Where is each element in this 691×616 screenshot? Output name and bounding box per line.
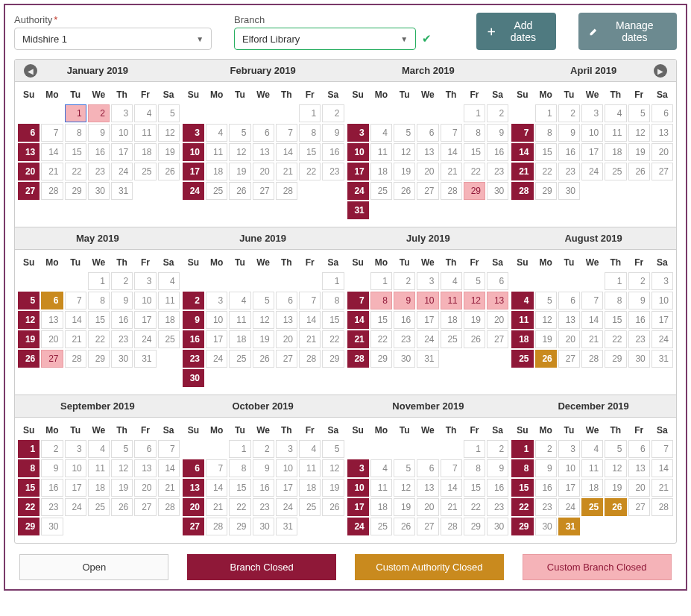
day-cell[interactable]: 4 bbox=[134, 104, 156, 122]
day-cell[interactable]: 18 bbox=[134, 143, 156, 161]
day-cell[interactable]: 21 bbox=[511, 163, 533, 180]
day-cell[interactable]: 25 bbox=[229, 350, 250, 368]
day-cell[interactable]: 10 bbox=[651, 292, 673, 309]
day-cell[interactable]: 12 bbox=[229, 143, 250, 161]
day-cell[interactable]: 3 bbox=[111, 104, 133, 122]
day-cell[interactable]: 6 bbox=[183, 459, 204, 477]
day-cell[interactable]: 28 bbox=[511, 182, 533, 200]
day-cell[interactable]: 7 bbox=[441, 124, 462, 142]
day-cell[interactable]: 28 bbox=[299, 350, 321, 368]
day-cell[interactable]: 10 bbox=[134, 292, 156, 309]
day-cell[interactable]: 17 bbox=[65, 479, 86, 497]
day-cell[interactable]: 7 bbox=[65, 292, 86, 309]
day-cell[interactable]: 27 bbox=[487, 330, 508, 348]
day-cell[interactable]: 19 bbox=[605, 479, 626, 497]
day-cell[interactable]: 6 bbox=[18, 124, 40, 142]
day-cell[interactable]: 1 bbox=[229, 440, 250, 458]
day-cell[interactable]: 10 bbox=[347, 143, 369, 161]
day-cell[interactable]: 21 bbox=[441, 498, 462, 516]
day-cell[interactable]: 26 bbox=[111, 498, 133, 516]
day-cell[interactable]: 4 bbox=[370, 459, 392, 477]
prev-year-button[interactable]: ◀ bbox=[24, 64, 37, 78]
day-cell[interactable]: 31 bbox=[558, 518, 580, 535]
day-cell[interactable]: 14 bbox=[65, 311, 86, 329]
day-cell[interactable]: 23 bbox=[487, 163, 508, 180]
authority-select[interactable]: Midshire 1 ▼ bbox=[14, 28, 212, 50]
day-cell[interactable]: 6 bbox=[651, 104, 673, 122]
day-cell[interactable]: 19 bbox=[394, 498, 415, 516]
day-cell[interactable]: 26 bbox=[158, 163, 180, 180]
day-cell[interactable]: 7 bbox=[41, 124, 63, 142]
day-cell[interactable]: 1 bbox=[65, 104, 86, 122]
day-cell[interactable]: 8 bbox=[464, 459, 485, 477]
day-cell[interactable]: 7 bbox=[347, 292, 369, 309]
day-cell[interactable]: 7 bbox=[511, 124, 533, 142]
day-cell[interactable]: 31 bbox=[651, 350, 673, 368]
day-cell[interactable]: 5 bbox=[394, 124, 415, 142]
day-cell[interactable]: 1 bbox=[535, 104, 557, 122]
day-cell[interactable]: 4 bbox=[299, 440, 321, 458]
day-cell[interactable]: 19 bbox=[628, 143, 650, 161]
day-cell[interactable]: 18 bbox=[370, 498, 392, 516]
day-cell[interactable]: 14 bbox=[347, 311, 369, 329]
day-cell[interactable]: 15 bbox=[229, 479, 250, 497]
day-cell[interactable]: 13 bbox=[558, 311, 580, 329]
day-cell[interactable]: 5 bbox=[628, 104, 650, 122]
day-cell[interactable]: 17 bbox=[206, 330, 227, 348]
day-cell[interactable]: 9 bbox=[183, 311, 204, 329]
day-cell[interactable]: 24 bbox=[581, 163, 603, 180]
day-cell[interactable]: 28 bbox=[441, 182, 462, 200]
day-cell[interactable]: 15 bbox=[322, 311, 344, 329]
day-cell[interactable]: 1 bbox=[88, 272, 110, 290]
day-cell[interactable]: 19 bbox=[18, 330, 40, 348]
day-cell[interactable]: 21 bbox=[441, 163, 462, 180]
day-cell[interactable]: 24 bbox=[65, 498, 86, 516]
day-cell[interactable]: 10 bbox=[65, 459, 86, 477]
day-cell[interactable]: 25 bbox=[511, 350, 533, 368]
day-cell[interactable]: 11 bbox=[605, 124, 626, 142]
day-cell[interactable]: 16 bbox=[88, 143, 110, 161]
day-cell[interactable]: 15 bbox=[299, 143, 321, 161]
day-cell[interactable]: 30 bbox=[535, 518, 557, 535]
day-cell[interactable]: 2 bbox=[535, 440, 557, 458]
day-cell[interactable]: 6 bbox=[558, 292, 580, 309]
day-cell[interactable]: 24 bbox=[347, 518, 369, 535]
day-cell[interactable]: 9 bbox=[487, 124, 508, 142]
day-cell[interactable]: 7 bbox=[651, 440, 673, 458]
day-cell[interactable]: 20 bbox=[18, 163, 40, 180]
day-cell[interactable]: 1 bbox=[464, 440, 485, 458]
day-cell[interactable]: 9 bbox=[535, 459, 557, 477]
day-cell[interactable]: 8 bbox=[511, 459, 533, 477]
day-cell[interactable]: 27 bbox=[41, 350, 63, 368]
day-cell[interactable]: 10 bbox=[581, 124, 603, 142]
day-cell[interactable]: 16 bbox=[394, 311, 415, 329]
day-cell[interactable]: 24 bbox=[276, 498, 297, 516]
day-cell[interactable]: 21 bbox=[581, 330, 603, 348]
day-cell[interactable]: 18 bbox=[441, 311, 462, 329]
day-cell[interactable]: 13 bbox=[253, 143, 274, 161]
day-cell[interactable]: 27 bbox=[558, 350, 580, 368]
day-cell[interactable]: 9 bbox=[322, 124, 344, 142]
day-cell[interactable]: 26 bbox=[394, 182, 415, 200]
day-cell[interactable]: 8 bbox=[322, 292, 344, 309]
day-cell[interactable]: 3 bbox=[347, 124, 369, 142]
day-cell[interactable]: 29 bbox=[464, 182, 485, 200]
day-cell[interactable]: 10 bbox=[183, 143, 204, 161]
day-cell[interactable]: 24 bbox=[651, 330, 673, 348]
day-cell[interactable]: 26 bbox=[229, 182, 250, 200]
day-cell[interactable]: 8 bbox=[88, 292, 110, 309]
day-cell[interactable]: 11 bbox=[88, 459, 110, 477]
day-cell[interactable]: 28 bbox=[276, 182, 297, 200]
day-cell[interactable]: 21 bbox=[65, 330, 86, 348]
branch-select[interactable]: Elford Library ▼ bbox=[234, 28, 416, 50]
day-cell[interactable]: 27 bbox=[417, 518, 438, 535]
day-cell[interactable]: 19 bbox=[464, 311, 485, 329]
day-cell[interactable]: 5 bbox=[158, 104, 180, 122]
day-cell[interactable]: 16 bbox=[535, 479, 557, 497]
day-cell[interactable]: 31 bbox=[276, 518, 297, 535]
day-cell[interactable]: 2 bbox=[41, 440, 63, 458]
day-cell[interactable]: 6 bbox=[417, 459, 438, 477]
day-cell[interactable]: 29 bbox=[605, 350, 626, 368]
day-cell[interactable]: 17 bbox=[417, 311, 438, 329]
day-cell[interactable]: 17 bbox=[134, 311, 156, 329]
